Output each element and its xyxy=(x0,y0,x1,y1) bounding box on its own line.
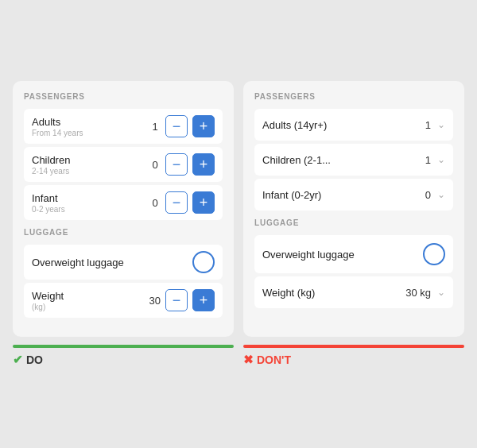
right-overweight-toggle[interactable] xyxy=(423,243,445,265)
do-check-icon: ✔ xyxy=(13,353,23,367)
adults-sub: From 14 years xyxy=(32,129,149,137)
do-label-text: DO xyxy=(26,353,43,366)
adults-count: 1 xyxy=(149,121,161,133)
children-count: 0 xyxy=(149,159,161,171)
overweight-toggle[interactable] xyxy=(192,251,215,273)
infant-plus-btn[interactable]: + xyxy=(192,191,215,214)
weight-title: Weight xyxy=(32,290,149,302)
right-infant-label: Infant (0-2yr) xyxy=(262,189,425,201)
weight-count: 30 xyxy=(149,295,161,307)
dont-label-text: DON'T xyxy=(257,353,291,366)
left-passengers-label: PASSENGERS xyxy=(24,92,223,102)
right-infant-row[interactable]: Infant (0-2yr) 0 ⌄ xyxy=(254,179,453,210)
adults-minus-btn[interactable]: − xyxy=(165,115,188,137)
right-overweight-row: Overweight luggage xyxy=(254,235,453,273)
infant-count: 0 xyxy=(149,197,161,209)
right-adults-row[interactable]: Adults (14yr+) 1 ⌄ xyxy=(254,109,453,141)
right-adults-value: 1 xyxy=(425,119,431,131)
infant-minus-btn[interactable]: − xyxy=(165,191,188,214)
children-plus-btn[interactable]: + xyxy=(192,153,215,176)
right-children-value: 1 xyxy=(425,154,431,166)
right-infant-chevron: ⌄ xyxy=(437,189,445,200)
right-children-chevron: ⌄ xyxy=(437,154,445,165)
weight-minus-btn[interactable]: − xyxy=(165,289,188,311)
overweight-title: Overweight luggage xyxy=(32,257,192,268)
adults-title: Adults xyxy=(32,116,149,128)
do-bottom: ✔ DO xyxy=(13,345,234,367)
infant-row: Infant 0-2 years 0 − + xyxy=(24,185,223,220)
right-overweight-label: Overweight luggage xyxy=(262,249,423,261)
right-children-row[interactable]: Children (2-1... 1 ⌄ xyxy=(254,144,453,176)
children-sub: 2-14 years xyxy=(32,167,149,176)
dont-panel: PASSENGERS Adults (14yr+) 1 ⌄ Children (… xyxy=(243,81,464,337)
right-adults-label: Adults (14yr+) xyxy=(262,119,425,131)
infant-sub: 0-2 years xyxy=(32,205,149,214)
right-infant-value: 0 xyxy=(425,189,431,201)
right-children-label: Children (2-1... xyxy=(262,154,425,166)
do-indicator xyxy=(13,345,234,348)
adults-row: Adults From 14 years 1 − + xyxy=(24,109,223,144)
infant-title: Infant xyxy=(32,192,149,204)
dont-x-icon: ✖ xyxy=(243,353,254,367)
left-luggage-label: LUGGAGE xyxy=(24,228,223,238)
dont-bottom: ✖ DON'T xyxy=(243,345,464,367)
weight-sub: (kg) xyxy=(32,303,149,311)
children-title: Children xyxy=(32,154,149,166)
weight-row: Weight (kg) 30 − + xyxy=(24,283,223,318)
right-luggage-label: LUGGAGE xyxy=(254,218,453,229)
right-weight-chevron: ⌄ xyxy=(437,287,445,298)
children-minus-btn[interactable]: − xyxy=(165,153,188,176)
right-weight-value: 30 kg xyxy=(405,287,431,299)
right-adults-chevron: ⌄ xyxy=(437,119,445,130)
weight-plus-btn[interactable]: + xyxy=(192,289,215,311)
children-row: Children 2-14 years 0 − + xyxy=(24,147,223,182)
overweight-row: Overweight luggage xyxy=(24,245,223,280)
dont-indicator xyxy=(243,345,464,348)
right-weight-row[interactable]: Weight (kg) 30 kg ⌄ xyxy=(254,276,453,308)
do-panel: PASSENGERS Adults From 14 years 1 − + Ch… xyxy=(13,81,234,337)
adults-plus-btn[interactable]: + xyxy=(192,115,215,137)
right-passengers-label: PASSENGERS xyxy=(254,92,453,102)
right-weight-label: Weight (kg) xyxy=(262,287,405,299)
